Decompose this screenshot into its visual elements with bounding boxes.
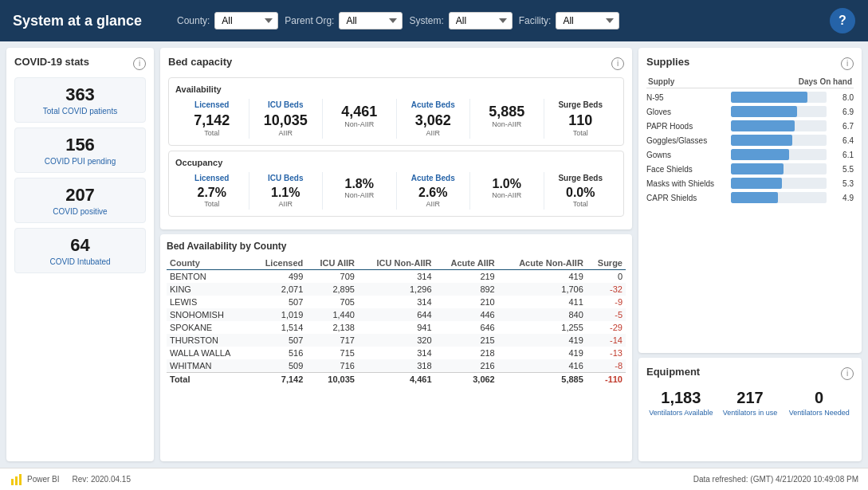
occ-header-1: ICU Beds: [253, 174, 320, 182]
avail-value-2: 4,461: [326, 104, 393, 120]
equip-value-0: 1,183: [646, 389, 716, 407]
avail-sublabel-1: AIIR: [253, 129, 320, 137]
supply-bar-container-0: [731, 92, 827, 103]
table-cell: 509: [251, 359, 307, 373]
facility-select[interactable]: All: [556, 12, 619, 29]
availability-section: Availability Licensed 7,142 TotalICU Bed…: [168, 77, 624, 146]
parent-org-select[interactable]: All: [339, 12, 403, 29]
table-header: Acute Non-AIIR: [498, 257, 587, 270]
county-table: CountyLicensedICU AIIRICU Non-AIIRAcute …: [167, 257, 626, 386]
table-cell: SPOKANE: [167, 321, 251, 334]
table-total-cell: 5,885: [498, 373, 587, 386]
table-cell: 419: [498, 270, 587, 284]
avail-sublabel-3: AIIR: [400, 129, 467, 137]
table-cell: 419: [498, 347, 587, 359]
table-cell: 709: [306, 270, 358, 284]
table-cell: 314: [358, 296, 435, 308]
equipment-header: Equipment i: [646, 366, 854, 381]
table-cell: 499: [251, 270, 307, 284]
avail-col-3: Acute Beds 3,062 AIIR: [397, 99, 471, 139]
supply-name-3: Goggles/Glasses: [646, 136, 726, 145]
covid-info-icon[interactable]: i: [133, 57, 146, 70]
table-cell: -29: [587, 321, 626, 334]
supply-row-2: PAPR Hoods 6.7: [646, 120, 854, 131]
supply-value-3: 6.4: [831, 136, 854, 145]
main-content: COVID-19 stats i 363 Total COVID patient…: [0, 41, 868, 468]
county-tbody: BENTON4997093142194190KING2,0712,8951,29…: [167, 270, 626, 386]
powerbi-logo: Power BI Rev: 2020.04.15: [10, 472, 131, 487]
header: System at a glance County: All Parent Or…: [0, 0, 868, 41]
table-header: Acute AIIR: [435, 257, 498, 270]
table-total-row: Total7,14210,0354,4613,0625,885-110: [167, 373, 626, 386]
avail-col-2: 4,461 Non-AIIR: [323, 99, 397, 139]
supply-bar-2: [731, 120, 795, 131]
supply-name-4: Gowns: [646, 151, 726, 159]
table-row: LEWIS507705314210411-9: [167, 296, 626, 308]
occ-col-4: 1.0% Non-AIIR: [470, 172, 544, 210]
occ-sublabel-4: Non-AIIR: [473, 191, 540, 199]
occ-col-3: Acute Beds 2.6% AIIR: [397, 172, 471, 210]
svg-rect-1: [15, 476, 18, 485]
table-header: ICU Non-AIIR: [358, 257, 435, 270]
supply-bar-container-2: [731, 120, 827, 131]
county-table-title: Bed Availability by County: [167, 241, 626, 252]
avail-header-5: Surge Beds: [548, 100, 615, 109]
app-title: System at a glance: [13, 13, 164, 29]
supplies-list: N-95 8.0Gloves 6.9PAPR Hoods 6.7Goggles/…: [646, 92, 854, 203]
middle-panel: Bed capacity i Availability Licensed 7,1…: [160, 48, 632, 461]
supply-value-5: 5.5: [831, 165, 854, 174]
supply-bar-container-4: [731, 149, 827, 160]
table-cell: 1,440: [306, 308, 358, 321]
supply-col-days: Days On hand: [799, 77, 852, 86]
avail-value-5: 110: [548, 112, 615, 129]
table-total-cell: 10,035: [306, 373, 358, 386]
table-cell: 419: [498, 334, 587, 347]
supplies-col-header: Supply Days On hand: [646, 77, 854, 88]
parent-org-filter: Parent Org: All: [285, 12, 403, 29]
table-cell: -13: [587, 347, 626, 359]
table-cell: 1,706: [498, 283, 587, 296]
equipment-info-icon[interactable]: i: [841, 367, 854, 380]
table-total-cell: -110: [587, 373, 626, 386]
stat-label-1: COVID PUI pending: [22, 157, 139, 166]
availability-grid: Licensed 7,142 TotalICU Beds 10,035 AIIR…: [175, 99, 617, 139]
availability-title: Availability: [175, 84, 617, 94]
table-cell: 216: [435, 359, 498, 373]
equipment-stats: 1,183 Ventilators Available217 Ventilato…: [646, 389, 854, 417]
equip-col-0: 1,183 Ventilators Available: [646, 389, 716, 417]
avail-col-4: 5,885 Non-AIIR: [470, 99, 544, 139]
avail-sublabel-4: Non-AIIR: [473, 120, 540, 128]
table-cell: 219: [435, 270, 498, 284]
table-cell: 416: [498, 359, 587, 373]
help-button[interactable]: ?: [830, 8, 855, 33]
system-select[interactable]: All: [449, 12, 513, 29]
avail-col-0: Licensed 7,142 Total: [175, 99, 249, 139]
stat-box-3: 64 COVID Intubated: [14, 228, 146, 273]
supplies-card: Supplies i Supply Days On hand N-95 8.0G…: [638, 48, 862, 353]
svg-rect-0: [11, 479, 14, 485]
parent-org-label: Parent Org:: [285, 15, 334, 26]
stat-label-2: COVID positive: [22, 207, 139, 216]
rev-label: Rev: 2020.04.15: [73, 475, 131, 484]
system-filter: System: All: [409, 12, 512, 29]
table-cell: 320: [358, 334, 435, 347]
bed-capacity-card: Bed capacity i Availability Licensed 7,1…: [160, 48, 632, 229]
stat-box-1: 156 COVID PUI pending: [14, 127, 146, 173]
table-cell: 1,514: [251, 321, 307, 334]
stat-value-1: 156: [22, 135, 139, 155]
supplies-info-icon[interactable]: i: [841, 57, 854, 70]
bed-info-icon[interactable]: i: [611, 57, 624, 70]
stat-label-0: Total COVID patients: [22, 107, 139, 116]
table-cell: 210: [435, 296, 498, 308]
supply-row-7: CAPR Shields 4.9: [646, 192, 854, 203]
table-cell: WHITMAN: [167, 359, 251, 373]
supply-name-5: Face Shields: [646, 165, 726, 174]
occ-value-0: 2.7%: [179, 186, 245, 200]
table-cell: 507: [251, 334, 307, 347]
table-cell: 2,895: [306, 283, 358, 296]
table-cell: 644: [358, 308, 435, 321]
occ-value-4: 1.0%: [473, 177, 540, 191]
table-cell: -32: [587, 283, 626, 296]
supply-bar-4: [731, 149, 789, 160]
county-select[interactable]: All: [214, 12, 278, 29]
